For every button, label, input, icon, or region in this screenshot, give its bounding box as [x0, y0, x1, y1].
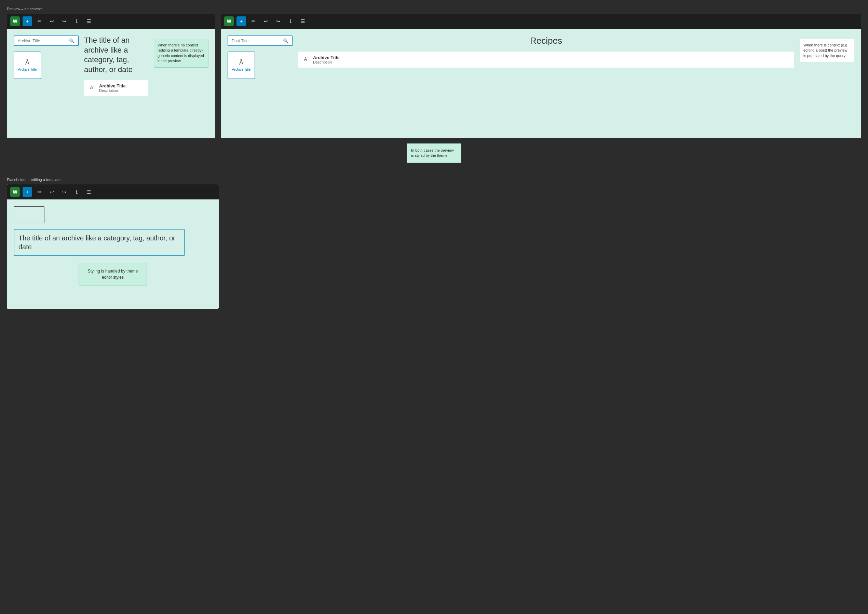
- top-right-canvas: 🔍 Ā Archive Title Recipes Ā: [221, 29, 861, 138]
- recipe-main: Recipes Ā Archive Title Description: [298, 36, 794, 84]
- top-left-section: Preview – no context W + ✏ ↩ ↪ ℹ ☰: [7, 7, 861, 171]
- info-button-bottom[interactable]: ℹ: [72, 187, 81, 197]
- redo-button-right[interactable]: ↪: [274, 16, 283, 26]
- archive-list-desc-right: Description: [313, 60, 340, 64]
- bottom-annotation-wrapper: Styling is handled by theme editor style…: [14, 263, 212, 296]
- search-input-left[interactable]: [18, 39, 69, 43]
- add-button-right[interactable]: +: [236, 16, 246, 26]
- floating-annotation: In both cases the preview is styled by t…: [407, 143, 461, 163]
- top-right-editor: W + ✏ ↩ ↪ ℹ ☰ 🔍 Ā: [221, 14, 861, 138]
- search-icon-left: 🔍: [69, 38, 75, 43]
- search-icon-right: 🔍: [283, 38, 288, 43]
- block-item-label-right: Archive Title: [232, 68, 250, 71]
- bottom-section: Placeholder – editing a template W + ✏ ↩…: [7, 178, 861, 309]
- placeholder-box: [14, 206, 44, 223]
- top-left-content: The title of an archive like a category,…: [84, 36, 208, 96]
- top-right-toolbar: W + ✏ ↩ ↪ ℹ ☰: [221, 14, 861, 29]
- pencil-button-bottom[interactable]: ✏: [35, 187, 44, 197]
- search-input-right[interactable]: [232, 39, 283, 43]
- recipes-title: Recipes: [298, 36, 794, 46]
- block-item-label-left: Archive Title: [18, 68, 37, 71]
- archive-list-text-right: Archive Title Description: [313, 55, 340, 64]
- top-left-canvas: 🔍 Ā Archive Title The title of an archiv…: [7, 29, 215, 138]
- archive-list-title-left: Archive Title: [99, 83, 126, 88]
- annotation-right: When there is context (e.g. editing a po…: [800, 39, 854, 62]
- top-left-toolbar: W + ✏ ↩ ↪ ℹ ☰: [7, 14, 215, 29]
- archive-list-icon-left: Ā: [87, 83, 96, 91]
- wp-logo-bottom: W: [10, 187, 20, 197]
- block-item-left[interactable]: Ā Archive Title: [14, 51, 41, 79]
- floating-annotation-wrapper: In both cases the preview is styled by t…: [7, 143, 861, 171]
- menu-button-bottom[interactable]: ☰: [84, 187, 93, 197]
- menu-button-left[interactable]: ☰: [84, 16, 93, 26]
- pencil-button-right[interactable]: ✏: [249, 16, 258, 26]
- redo-button-bottom[interactable]: ↪: [59, 187, 69, 197]
- search-bar-left[interactable]: 🔍: [14, 36, 79, 46]
- placeholder-title[interactable]: The title of an archive like a category,…: [14, 229, 185, 256]
- bottom-canvas: The title of an archive like a category,…: [7, 199, 219, 309]
- bottom-editor: W + ✏ ↩ ↪ ℹ ☰ The title of an archive li…: [7, 185, 219, 309]
- top-left-label: Preview – no context: [7, 7, 861, 11]
- bottom-annotation: Styling is handled by theme editor style…: [79, 263, 147, 285]
- info-button-right[interactable]: ℹ: [286, 16, 295, 26]
- archive-main: The title of an archive like a category,…: [84, 36, 148, 96]
- top-right-content: Recipes Ā Archive Title Description When…: [298, 36, 854, 84]
- add-button-left[interactable]: +: [23, 16, 32, 26]
- block-item-right[interactable]: Ā Archive Title: [227, 51, 255, 79]
- top-right-sidebar: 🔍 Ā Archive Title: [227, 36, 292, 84]
- bottom-toolbar: W + ✏ ↩ ↪ ℹ ☰: [7, 185, 219, 199]
- search-bar-right[interactable]: 🔍: [227, 36, 292, 46]
- top-left-sidebar: 🔍 Ā Archive Title: [14, 36, 79, 96]
- bottom-label: Placeholder – editing a template: [7, 178, 861, 182]
- archive-list-title-right: Archive Title: [313, 55, 340, 60]
- archive-list-item-left: Ā Archive Title Description: [84, 80, 148, 96]
- block-item-icon-right: Ā: [239, 59, 243, 66]
- menu-button-right[interactable]: ☰: [298, 16, 308, 26]
- wp-logo-left: W: [10, 16, 20, 26]
- add-button-bottom[interactable]: +: [23, 187, 32, 197]
- block-item-icon-left: Ā: [25, 59, 30, 66]
- annotation-left: When there's no context (editing a templ…: [154, 39, 208, 68]
- archive-list-icon-right: Ā: [302, 55, 310, 63]
- wp-logo-right: W: [224, 16, 234, 26]
- archive-list-text-left: Archive Title Description: [99, 83, 126, 93]
- pencil-button-left[interactable]: ✏: [35, 16, 44, 26]
- archive-title-large: The title of an archive like a category,…: [84, 36, 148, 74]
- undo-button-bottom[interactable]: ↩: [47, 187, 57, 197]
- archive-list-desc-left: Description: [99, 88, 126, 93]
- undo-button-right[interactable]: ↩: [261, 16, 271, 26]
- top-left-editor: W + ✏ ↩ ↪ ℹ ☰ 🔍 Ā: [7, 14, 215, 138]
- archive-list-item-right: Ā Archive Title Description: [298, 51, 794, 68]
- redo-button-left[interactable]: ↪: [59, 16, 69, 26]
- undo-button-left[interactable]: ↩: [47, 16, 57, 26]
- info-button-left[interactable]: ℹ: [72, 16, 81, 26]
